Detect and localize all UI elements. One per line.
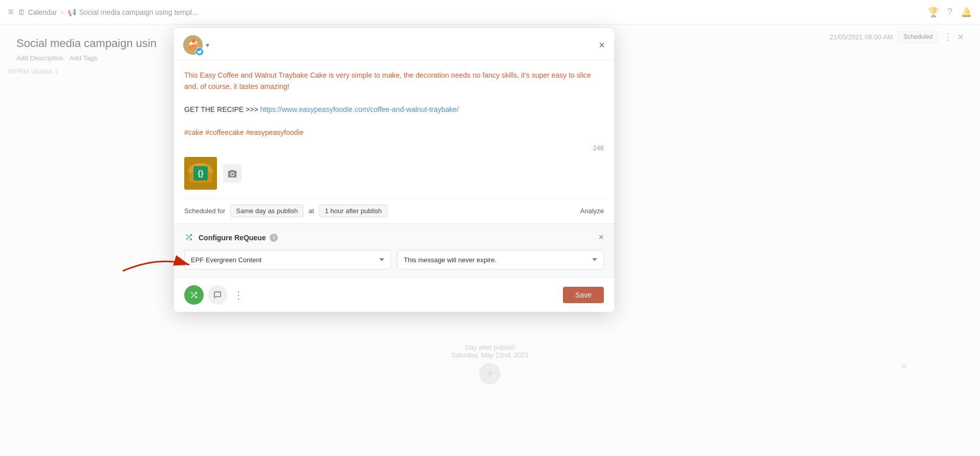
- more-options-button[interactable]: ⋮: [231, 289, 246, 301]
- avatar-wrapper: 🍰: [183, 35, 203, 55]
- post-hashtags: #cake #coffeecake #easypeasyfoodie: [184, 128, 303, 136]
- requeue-footer-button[interactable]: [184, 285, 204, 305]
- image-row: {}: [184, 157, 604, 190]
- image-thumbnail[interactable]: {}: [184, 157, 217, 190]
- camera-icon[interactable]: [223, 164, 242, 183]
- scheduled-for-label: Scheduled for: [184, 207, 225, 215]
- requeue-title-text: Configure ReQueue: [199, 234, 266, 242]
- modal-body: This Easy Coffee and Walnut Traybake Cak…: [174, 60, 614, 223]
- requeue-shuffle-icon: [184, 233, 194, 243]
- scheduled-row: Scheduled for Same day as publish at 1 h…: [184, 198, 604, 223]
- modal-profile: 🍰 ▾: [183, 35, 209, 55]
- modal-close-button[interactable]: ×: [599, 40, 605, 50]
- twitter-badge: [195, 48, 204, 56]
- requeue-info-icon[interactable]: i: [270, 234, 278, 242]
- requeue-header: Configure ReQueue i ×: [184, 232, 604, 243]
- comment-footer-button[interactable]: [208, 285, 227, 305]
- scheduled-at-label: at: [309, 207, 314, 215]
- post-url[interactable]: https://www.easypeasyfoodie.com/coffee-a…: [260, 105, 459, 113]
- post-text-line1: This Easy Coffee and Walnut Traybake Cak…: [184, 71, 591, 90]
- scheduled-day-badge[interactable]: Same day as publish: [230, 204, 303, 217]
- scheduled-time-badge[interactable]: 1 hour after publish: [319, 204, 387, 217]
- profile-chevron[interactable]: ▾: [206, 41, 209, 49]
- requeue-close-button[interactable]: ×: [598, 232, 604, 243]
- save-button[interactable]: Save: [563, 287, 604, 303]
- modal-header: 🍰 ▾ ×: [174, 28, 614, 60]
- modal-dialog: 🍰 ▾ × This Easy Coffee and Walnut Trayba…: [174, 28, 614, 312]
- requeue-title: Configure ReQueue i: [184, 233, 278, 243]
- modal-footer: ⋮ Save: [174, 278, 614, 312]
- analyze-link[interactable]: Analyze: [580, 207, 604, 215]
- requeue-queue-select[interactable]: EPF Evergreen Content Option 2: [184, 250, 391, 269]
- post-text: This Easy Coffee and Walnut Traybake Cak…: [184, 70, 604, 138]
- post-text-line2: GET THE RECIPE >>>: [184, 105, 260, 113]
- requeue-expire-select[interactable]: This message will never expire. Expire i…: [397, 250, 604, 269]
- char-count: 246: [184, 144, 604, 152]
- image-overlay: {}: [193, 166, 208, 180]
- requeue-dropdowns: EPF Evergreen Content Option 2 This mess…: [184, 250, 604, 269]
- requeue-section: Configure ReQueue i × EPF Evergreen Cont…: [174, 223, 614, 278]
